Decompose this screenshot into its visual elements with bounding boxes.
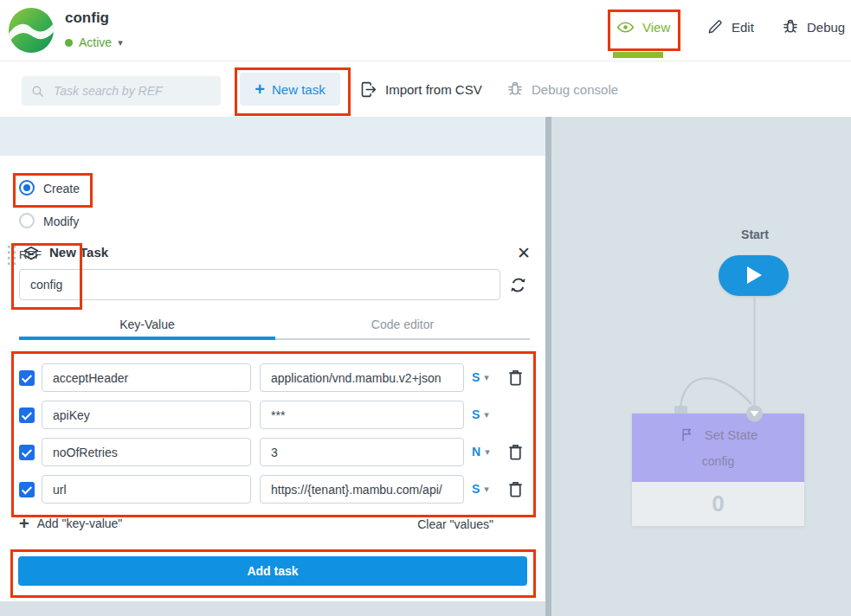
- nav-edit-label: Edit: [732, 20, 754, 35]
- kv-type-dropdown[interactable]: S ▾: [472, 407, 489, 421]
- kv-type-letter: S: [472, 407, 480, 421]
- add-key-value-button[interactable]: + Add "key-value": [19, 515, 122, 532]
- chevron-down-icon: ▾: [484, 410, 489, 420]
- nav-edit-button[interactable]: Edit: [706, 18, 754, 35]
- panel-bottom-strip: [0, 601, 545, 616]
- debug-console-button[interactable]: Debug console: [506, 80, 618, 98]
- plus-icon: +: [255, 80, 265, 98]
- loop-connector-curve: [680, 378, 751, 409]
- clear-values-button[interactable]: Clear "values": [381, 517, 493, 531]
- kv-checkbox[interactable]: [19, 370, 35, 386]
- workflow-canvas[interactable]: Start Set State config 0: [545, 117, 851, 616]
- bug-icon: [506, 80, 524, 98]
- nav-view-button[interactable]: View: [616, 18, 670, 36]
- kv-type-dropdown[interactable]: S ▾: [472, 482, 489, 496]
- eye-icon: [616, 18, 635, 36]
- node-count: 0: [712, 491, 724, 517]
- connector-notch: [674, 406, 687, 414]
- add-task-button[interactable]: Add task: [18, 556, 527, 586]
- kv-key-input[interactable]: [42, 475, 251, 504]
- chevron-down-icon: ▾: [118, 38, 123, 48]
- panel-title: New Task: [49, 245, 108, 260]
- kv-type-letter: S: [472, 482, 480, 496]
- app-logo: [9, 8, 54, 53]
- start-node-label: Start: [719, 228, 791, 241]
- task-search-input[interactable]: [52, 83, 203, 99]
- add-key-value-label: Add "key-value": [37, 517, 123, 530]
- status-dot-icon: [65, 39, 73, 47]
- pencil-icon: [706, 18, 724, 35]
- nav-view-label: View: [642, 20, 670, 35]
- bug-icon: [782, 18, 799, 35]
- tab-active-indicator: [19, 337, 275, 340]
- play-icon: [747, 266, 762, 284]
- kv-key-input[interactable]: [42, 438, 251, 466]
- tab-code-editor[interactable]: Code editor: [275, 318, 530, 331]
- radio-create-label: Create: [43, 182, 80, 196]
- page-title: config: [65, 10, 109, 27]
- node-type-label: Set State: [705, 427, 758, 442]
- radio-modify[interactable]: [19, 213, 35, 228]
- node-count-box: 0: [632, 482, 804, 526]
- new-task-button[interactable]: + New task: [240, 73, 340, 106]
- status-label: Active: [79, 35, 112, 49]
- nav-debug-label: Debug: [807, 20, 845, 35]
- nav-debug-button[interactable]: Debug: [782, 18, 845, 35]
- kv-checkbox[interactable]: [19, 407, 35, 423]
- kv-value-input[interactable]: [260, 363, 464, 392]
- node-ref-label: config: [632, 454, 804, 468]
- new-task-label: New task: [272, 82, 326, 97]
- connector-wires: [545, 117, 851, 616]
- import-csv-label: Import from CSV: [385, 82, 482, 97]
- radio-create[interactable]: [19, 180, 35, 196]
- trash-icon[interactable]: [506, 368, 525, 388]
- new-task-panel-header[interactable]: New Task ✕: [0, 117, 545, 156]
- task-search[interactable]: [22, 76, 221, 106]
- kv-checkbox[interactable]: [19, 445, 35, 460]
- kv-type-dropdown[interactable]: N ▾: [472, 445, 490, 459]
- drag-handle-icon[interactable]: [6, 244, 17, 266]
- header-divider: [0, 61, 851, 61]
- kv-value-input[interactable]: [260, 475, 464, 504]
- flag-icon: [679, 427, 695, 443]
- import-csv-button[interactable]: Import from CSV: [359, 80, 482, 99]
- debug-console-label: Debug console: [532, 82, 618, 97]
- radio-modify-label: Modify: [43, 215, 79, 228]
- ref-field-label: REF: [19, 248, 42, 261]
- kv-key-input[interactable]: [42, 401, 251, 429]
- set-state-node[interactable]: Set State config: [632, 414, 804, 482]
- chevron-down-icon: ▾: [484, 373, 489, 382]
- panel-canvas-divider[interactable]: [545, 117, 551, 616]
- chevron-down-icon: ▾: [484, 484, 489, 494]
- kv-key-input[interactable]: [42, 363, 251, 392]
- trash-icon[interactable]: [506, 442, 525, 462]
- kv-type-letter: S: [472, 370, 480, 384]
- plus-icon: +: [19, 515, 29, 532]
- status-dropdown[interactable]: Active ▾: [65, 35, 123, 49]
- app-window: config Active ▾ View Edit Debug + New ta…: [0, 0, 851, 616]
- start-node[interactable]: [719, 255, 789, 296]
- close-icon[interactable]: ✕: [517, 243, 531, 263]
- chevron-down-icon: ▾: [485, 447, 490, 457]
- tab-key-value[interactable]: Key-Value: [19, 318, 275, 331]
- search-icon: [30, 84, 45, 99]
- kv-checkbox[interactable]: [19, 482, 35, 497]
- export-icon: [359, 80, 377, 99]
- trash-icon[interactable]: [506, 479, 525, 499]
- kv-type-letter: N: [472, 445, 480, 459]
- kv-type-dropdown[interactable]: S ▾: [472, 370, 489, 384]
- ref-input[interactable]: [19, 269, 500, 300]
- refresh-icon[interactable]: [508, 275, 528, 295]
- nav-active-underline: [613, 52, 663, 58]
- logo-wave-icon: [9, 8, 54, 53]
- kv-value-input[interactable]: [260, 438, 464, 466]
- kv-value-input[interactable]: [260, 401, 464, 429]
